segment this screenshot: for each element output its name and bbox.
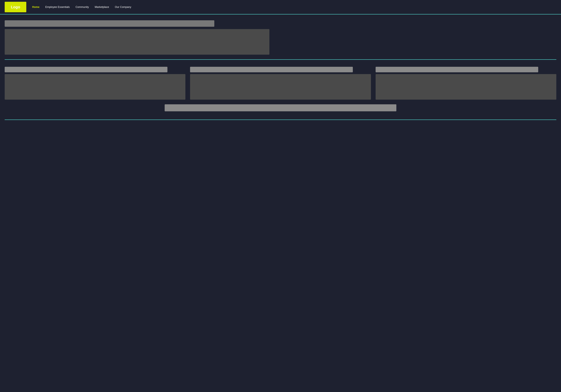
logo-text: Logo bbox=[11, 5, 20, 9]
cta-row bbox=[5, 104, 556, 111]
section-divider-top bbox=[5, 59, 556, 60]
logo[interactable]: Logo bbox=[5, 2, 26, 12]
card-3 bbox=[376, 67, 556, 100]
main-content bbox=[0, 14, 561, 126]
card-2-image-placeholder[interactable] bbox=[190, 74, 371, 100]
nav-item-home[interactable]: Home bbox=[32, 6, 39, 9]
nav-item-employee-essentials[interactable]: Employee Essentials bbox=[45, 6, 70, 9]
hero-content-placeholder bbox=[5, 29, 270, 55]
card-1-title-placeholder bbox=[5, 67, 167, 72]
card-2 bbox=[190, 67, 371, 100]
card-2-title-placeholder bbox=[190, 67, 353, 72]
cards-section bbox=[5, 65, 556, 114]
nav-item-marketplace[interactable]: Marketplace bbox=[95, 6, 109, 9]
nav-item-our-company[interactable]: Our Company bbox=[115, 6, 131, 9]
nav-item-community[interactable]: Community bbox=[76, 6, 89, 9]
section-divider-bottom bbox=[5, 120, 556, 120]
card-3-title-placeholder bbox=[376, 67, 538, 72]
cta-button-placeholder[interactable] bbox=[165, 104, 396, 111]
header: Logo Home Employee Essentials Community … bbox=[0, 0, 561, 14]
card-1-image-placeholder[interactable] bbox=[5, 74, 185, 100]
hero-title-placeholder bbox=[5, 20, 214, 27]
card-1 bbox=[5, 67, 185, 100]
navigation: Home Employee Essentials Community Marke… bbox=[32, 6, 131, 9]
hero-section bbox=[5, 20, 556, 55]
cards-grid bbox=[5, 67, 556, 100]
card-3-image-placeholder[interactable] bbox=[376, 74, 556, 100]
